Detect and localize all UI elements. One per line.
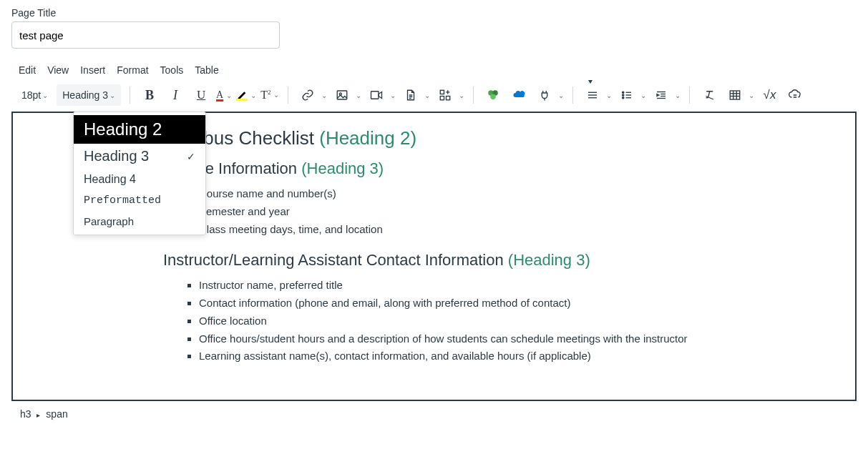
menu-edit[interactable]: Edit: [19, 64, 36, 76]
image-icon: [331, 84, 353, 106]
block-format-select[interactable]: Heading 3 ⌄: [57, 84, 121, 106]
menu-tools[interactable]: Tools: [160, 64, 184, 76]
svg-rect-2: [371, 92, 379, 99]
list-course-info[interactable]: Course name and number(s) Semester and y…: [199, 185, 841, 238]
content-h2[interactable]: Syllabus Checklist (Heading 2): [163, 127, 841, 149]
list-item[interactable]: Instructor name, preferred title: [199, 277, 841, 295]
list-item[interactable]: Semester and year: [199, 203, 841, 221]
content-h3-instructor[interactable]: Instructor/Learning Assistant Contact In…: [163, 251, 841, 270]
document-icon: [400, 84, 421, 106]
path-crumb[interactable]: span: [46, 408, 67, 420]
svg-point-8: [491, 94, 497, 100]
menu-format[interactable]: Format: [117, 64, 148, 76]
align-icon: [582, 84, 603, 106]
chevron-down-icon: ⌄: [606, 92, 612, 99]
chevron-down-icon: ⌄: [273, 91, 279, 99]
onedrive-button[interactable]: [508, 84, 530, 106]
dropdown-item-heading4[interactable]: Heading 4: [74, 169, 205, 190]
list-item[interactable]: Contact information (phone and email, al…: [199, 295, 841, 312]
separator: [130, 87, 130, 104]
content-h3-course-info[interactable]: Course Information (Heading 3): [163, 159, 841, 178]
page-title-label: Page Title: [11, 7, 857, 19]
svg-point-12: [623, 92, 624, 93]
text-color-button[interactable]: A ⌄: [216, 89, 232, 101]
embed-button[interactable]: [784, 84, 806, 106]
chevron-down-icon: ⌄: [42, 92, 48, 99]
menu-view[interactable]: View: [47, 64, 69, 76]
document-button[interactable]: ⌄: [400, 84, 430, 106]
separator: [572, 87, 573, 104]
element-path-statusbar: h3 ▸ span: [11, 401, 857, 423]
media-icon: [366, 84, 387, 106]
list-item[interactable]: Class meeting days, time, and location: [199, 221, 841, 239]
italic-button[interactable]: I: [165, 84, 186, 106]
block-format-value: Heading 3: [62, 89, 108, 101]
underline-button[interactable]: U: [190, 84, 212, 106]
svg-point-14: [623, 97, 624, 99]
chevron-down-icon: ⌄: [109, 92, 115, 99]
outdent-button[interactable]: ⌄: [650, 84, 681, 106]
list-instructor[interactable]: Instructor name, preferred title Contact…: [199, 277, 841, 365]
chevron-down-icon: ⌄: [356, 92, 361, 99]
chevron-down-icon: ⌄: [226, 92, 232, 99]
apps-button[interactable]: ⌄: [434, 84, 464, 106]
menu-insert[interactable]: Insert: [80, 64, 105, 76]
chevron-down-icon: ⌄: [390, 92, 396, 99]
chevron-down-icon: ⌄: [675, 92, 681, 99]
dropdown-item-preformatted[interactable]: Preformatted: [74, 190, 205, 211]
table-button[interactable]: ⌄: [724, 84, 754, 106]
svg-rect-4: [447, 97, 450, 100]
separator: [288, 87, 288, 104]
chevron-down-icon: ⌄: [250, 92, 256, 99]
chevron-down-icon: ⌄: [558, 92, 564, 99]
plug-icon: [534, 84, 555, 106]
svg-rect-5: [441, 97, 444, 100]
svg-point-13: [623, 94, 624, 96]
list-item[interactable]: Course name and number(s): [199, 185, 841, 203]
fontsize-value: 18pt: [21, 89, 41, 101]
fontsize-select[interactable]: 18pt ⌄: [17, 84, 52, 106]
menubar: Edit View Insert Format Tools Table: [11, 61, 857, 83]
image-button[interactable]: ⌄: [331, 84, 361, 106]
bold-button[interactable]: B: [139, 84, 160, 106]
table-icon: [724, 84, 746, 106]
dropdown-item-heading2[interactable]: Heading 2: [74, 115, 205, 144]
align-indicator-icon: [588, 80, 593, 84]
align-button[interactable]: ⌄: [582, 84, 612, 106]
dropdown-item-paragraph[interactable]: Paragraph: [74, 211, 205, 232]
page-title-input[interactable]: [11, 21, 280, 49]
bullet-list-button[interactable]: ⌄: [616, 84, 646, 106]
svg-rect-22: [731, 91, 741, 99]
plugin-button[interactable]: ⌄: [534, 84, 564, 106]
caret-right-icon: ▸: [36, 411, 40, 419]
highlight-color-button[interactable]: ⌄: [236, 89, 256, 101]
link-icon: [297, 84, 318, 106]
equation-button[interactable]: √x: [759, 84, 780, 106]
separator: [689, 87, 690, 104]
separator: [473, 87, 474, 104]
chevron-down-icon: ⌄: [748, 92, 754, 99]
list-item[interactable]: Office location: [199, 312, 841, 330]
clear-formatting-button[interactable]: [698, 84, 720, 106]
list-item[interactable]: Office hours/student hours and a descrip…: [199, 330, 841, 348]
svg-rect-0: [338, 91, 348, 99]
toolbar: 18pt ⌄ Heading 3 ⌄ B I U A ⌄ ⌄ T2 ⌄ ⌄ ⌄ …: [11, 83, 857, 112]
office365-button[interactable]: [482, 84, 504, 106]
media-button[interactable]: ⌄: [366, 84, 396, 106]
apps-icon: [434, 84, 456, 106]
superscript-button[interactable]: T2 ⌄: [260, 89, 279, 102]
svg-rect-3: [441, 90, 444, 94]
list-item[interactable]: Learning assistant name(s), contact info…: [199, 347, 841, 365]
chevron-down-icon: ⌄: [321, 92, 327, 99]
path-crumb[interactable]: h3: [20, 408, 31, 420]
dropdown-item-heading3[interactable]: Heading 3 ✓: [74, 144, 205, 169]
chevron-down-icon: ⌄: [459, 92, 464, 99]
check-icon: ✓: [187, 151, 195, 162]
chevron-down-icon: ⌄: [640, 92, 646, 99]
link-button[interactable]: ⌄: [297, 84, 327, 106]
outdent-icon: [650, 84, 672, 106]
menu-table[interactable]: Table: [195, 64, 218, 76]
chevron-down-icon: ⌄: [424, 92, 430, 99]
bullet-list-icon: [616, 84, 638, 106]
block-format-dropdown: Heading 2 Heading 3 ✓ Heading 4 Preforma…: [73, 112, 206, 235]
